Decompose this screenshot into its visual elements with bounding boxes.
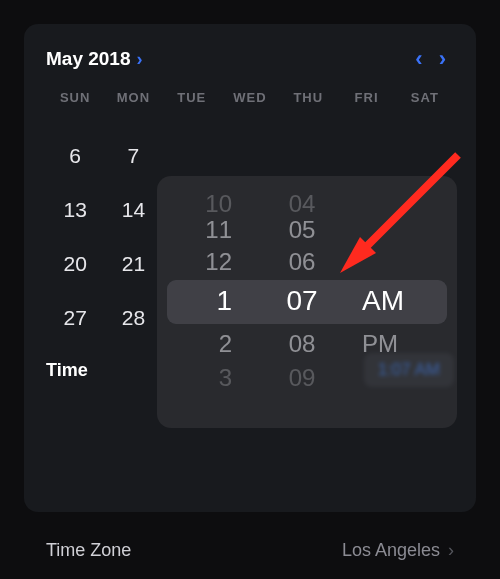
timezone-row[interactable]: Time Zone Los Angeles › [24, 540, 476, 561]
hour-option[interactable]: 12 [157, 248, 252, 276]
minute-option[interactable]: 08 [252, 330, 352, 358]
weekday-sat: SAT [396, 90, 454, 105]
day-cell[interactable]: 21 [104, 252, 162, 276]
day-cell[interactable]: 28 [104, 306, 162, 330]
hour-option[interactable]: 11 [157, 216, 252, 244]
period-selected[interactable]: AM [352, 285, 457, 317]
day-cell[interactable]: 6 [46, 144, 104, 168]
calendar-header: May 2018 › ‹ › [46, 46, 454, 72]
period-option[interactable]: PM [352, 330, 457, 358]
timezone-label: Time Zone [46, 540, 131, 561]
week-row: 6 7 [46, 129, 454, 183]
period-column[interactable]: AM PM [352, 176, 457, 428]
chevron-right-icon: › [448, 540, 454, 561]
minute-column[interactable]: 04 05 06 07 08 09 [252, 176, 352, 428]
weekday-tue: TUE [163, 90, 221, 105]
next-month-button[interactable]: › [431, 46, 454, 72]
weekday-thu: THU [279, 90, 337, 105]
weekday-sun: SUN [46, 90, 104, 105]
weekday-mon: MON [104, 90, 162, 105]
hour-option[interactable]: 3 [157, 364, 252, 392]
minute-option[interactable]: 04 [252, 190, 352, 218]
minute-option[interactable]: 06 [252, 248, 352, 276]
weekday-fri: FRI [337, 90, 395, 105]
day-cell[interactable]: 13 [46, 198, 104, 222]
time-picker-wheel[interactable]: 10 11 12 1 2 3 04 05 06 07 08 09 AM PM [157, 176, 457, 428]
weekday-header: SUN MON TUE WED THU FRI SAT [46, 90, 454, 105]
hour-selected[interactable]: 1 [157, 285, 252, 317]
weekday-wed: WED [221, 90, 279, 105]
day-cell[interactable]: 14 [104, 198, 162, 222]
day-cell[interactable]: 7 [104, 144, 162, 168]
prev-month-button[interactable]: ‹ [407, 46, 430, 72]
day-cell[interactable]: 20 [46, 252, 104, 276]
hour-option[interactable]: 2 [157, 330, 252, 358]
minute-selected[interactable]: 07 [252, 285, 352, 317]
screen: May 2018 › ‹ › SUN MON TUE WED THU FRI S… [0, 0, 500, 579]
month-year-label[interactable]: May 2018 [46, 48, 131, 70]
day-cell[interactable]: 27 [46, 306, 104, 330]
minute-option[interactable]: 09 [252, 364, 352, 392]
hour-column[interactable]: 10 11 12 1 2 3 [157, 176, 252, 428]
timezone-value: Los Angeles [342, 540, 440, 561]
time-label: Time [46, 360, 88, 381]
chevron-right-icon[interactable]: › [137, 49, 143, 70]
hour-option[interactable]: 10 [157, 190, 252, 218]
minute-option[interactable]: 05 [252, 216, 352, 244]
